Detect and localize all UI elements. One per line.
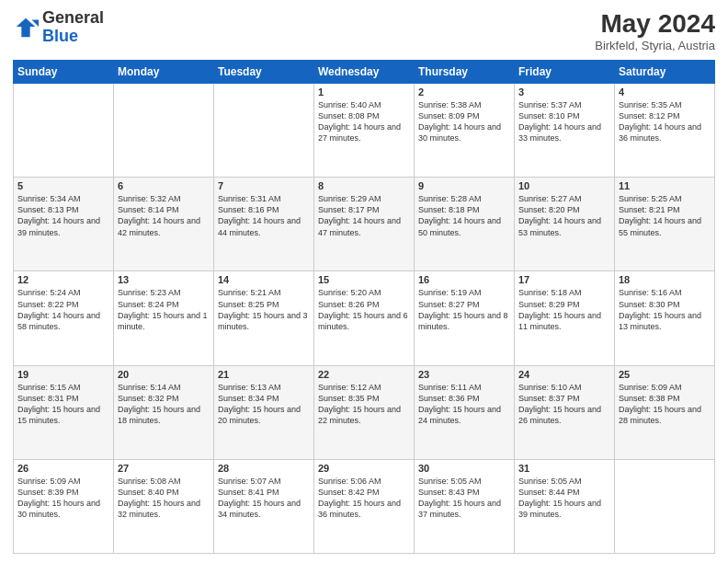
- day-number: 19: [17, 369, 109, 380]
- day-number: 4: [619, 86, 711, 98]
- day-info: Sunrise: 5:11 AM Sunset: 8:36 PM Dayligh…: [418, 382, 510, 427]
- cell-0-1: [114, 84, 214, 178]
- day-number: 24: [518, 369, 610, 380]
- cell-4-3: 29Sunrise: 5:06 AM Sunset: 8:42 PM Dayli…: [314, 459, 415, 553]
- day-number: 21: [218, 369, 310, 380]
- header: General Blue May 2024 Birkfeld, Styria, …: [13, 9, 715, 52]
- cell-4-6: [615, 459, 715, 553]
- day-info: Sunrise: 5:29 AM Sunset: 8:17 PM Dayligh…: [318, 193, 410, 238]
- week-row-1: 5Sunrise: 5:34 AM Sunset: 8:13 PM Daylig…: [14, 178, 715, 271]
- day-number: 8: [318, 180, 410, 191]
- day-info: Sunrise: 5:27 AM Sunset: 8:20 PM Dayligh…: [518, 193, 610, 238]
- cell-1-0: 5Sunrise: 5:34 AM Sunset: 8:13 PM Daylig…: [14, 178, 114, 271]
- day-number: 9: [418, 180, 510, 191]
- day-info: Sunrise: 5:40 AM Sunset: 8:08 PM Dayligh…: [318, 99, 410, 144]
- cell-3-5: 24Sunrise: 5:10 AM Sunset: 8:37 PM Dayli…: [515, 365, 615, 459]
- day-number: 17: [518, 274, 610, 285]
- cell-4-1: 27Sunrise: 5:08 AM Sunset: 8:40 PM Dayli…: [114, 459, 214, 553]
- day-number: 12: [17, 274, 109, 285]
- day-info: Sunrise: 5:10 AM Sunset: 8:37 PM Dayligh…: [518, 382, 610, 427]
- cell-3-2: 21Sunrise: 5:13 AM Sunset: 8:34 PM Dayli…: [214, 365, 314, 459]
- calendar-table: Sunday Monday Tuesday Wednesday Thursday…: [13, 60, 715, 554]
- cell-3-1: 20Sunrise: 5:14 AM Sunset: 8:32 PM Dayli…: [114, 365, 214, 459]
- cell-2-6: 18Sunrise: 5:16 AM Sunset: 8:30 PM Dayli…: [615, 271, 715, 365]
- cell-1-1: 6Sunrise: 5:32 AM Sunset: 8:14 PM Daylig…: [114, 178, 214, 271]
- week-row-3: 19Sunrise: 5:15 AM Sunset: 8:31 PM Dayli…: [14, 365, 715, 459]
- cell-3-0: 19Sunrise: 5:15 AM Sunset: 8:31 PM Dayli…: [14, 365, 114, 459]
- day-number: 30: [418, 463, 510, 474]
- svg-marker-0: [17, 18, 36, 38]
- calendar-header-row: Sunday Monday Tuesday Wednesday Thursday…: [14, 61, 715, 84]
- day-number: 26: [17, 463, 109, 474]
- col-friday: Friday: [515, 61, 615, 84]
- day-info: Sunrise: 5:12 AM Sunset: 8:35 PM Dayligh…: [318, 382, 410, 427]
- day-number: 10: [518, 180, 610, 191]
- day-info: Sunrise: 5:24 AM Sunset: 8:22 PM Dayligh…: [17, 287, 109, 332]
- cell-4-5: 31Sunrise: 5:05 AM Sunset: 8:44 PM Dayli…: [515, 459, 615, 553]
- cell-3-4: 23Sunrise: 5:11 AM Sunset: 8:36 PM Dayli…: [415, 365, 515, 459]
- day-number: 27: [118, 463, 210, 474]
- month-year: May 2024: [595, 9, 715, 39]
- day-info: Sunrise: 5:34 AM Sunset: 8:13 PM Dayligh…: [17, 193, 109, 238]
- day-info: Sunrise: 5:14 AM Sunset: 8:32 PM Dayligh…: [118, 382, 210, 427]
- day-info: Sunrise: 5:25 AM Sunset: 8:21 PM Dayligh…: [619, 193, 711, 238]
- day-info: Sunrise: 5:09 AM Sunset: 8:38 PM Dayligh…: [619, 382, 711, 427]
- cell-4-2: 28Sunrise: 5:07 AM Sunset: 8:41 PM Dayli…: [214, 459, 314, 553]
- day-info: Sunrise: 5:09 AM Sunset: 8:39 PM Dayligh…: [17, 476, 109, 521]
- logo-general-text: General: [42, 8, 104, 27]
- cell-4-4: 30Sunrise: 5:05 AM Sunset: 8:43 PM Dayli…: [415, 459, 515, 553]
- cell-2-3: 15Sunrise: 5:20 AM Sunset: 8:26 PM Dayli…: [314, 271, 415, 365]
- week-row-4: 26Sunrise: 5:09 AM Sunset: 8:39 PM Dayli…: [14, 459, 715, 553]
- day-number: 14: [218, 274, 310, 285]
- cell-3-6: 25Sunrise: 5:09 AM Sunset: 8:38 PM Dayli…: [615, 365, 715, 459]
- cell-1-5: 10Sunrise: 5:27 AM Sunset: 8:20 PM Dayli…: [515, 178, 615, 271]
- cell-0-6: 4Sunrise: 5:35 AM Sunset: 8:12 PM Daylig…: [615, 84, 715, 178]
- day-info: Sunrise: 5:31 AM Sunset: 8:16 PM Dayligh…: [218, 193, 310, 238]
- cell-0-2: [214, 84, 314, 178]
- cell-1-6: 11Sunrise: 5:25 AM Sunset: 8:21 PM Dayli…: [615, 178, 715, 271]
- col-monday: Monday: [114, 61, 214, 84]
- day-number: 28: [218, 463, 310, 474]
- day-info: Sunrise: 5:07 AM Sunset: 8:41 PM Dayligh…: [218, 476, 310, 521]
- day-number: 7: [218, 180, 310, 191]
- logo-text: General Blue: [42, 9, 104, 46]
- day-info: Sunrise: 5:32 AM Sunset: 8:14 PM Dayligh…: [118, 193, 210, 238]
- cell-0-4: 2Sunrise: 5:38 AM Sunset: 8:09 PM Daylig…: [415, 84, 515, 178]
- title-block: May 2024 Birkfeld, Styria, Austria: [595, 9, 715, 52]
- col-wednesday: Wednesday: [314, 61, 415, 84]
- cell-1-2: 7Sunrise: 5:31 AM Sunset: 8:16 PM Daylig…: [214, 178, 314, 271]
- cell-1-3: 8Sunrise: 5:29 AM Sunset: 8:17 PM Daylig…: [314, 178, 415, 271]
- col-saturday: Saturday: [615, 61, 715, 84]
- day-number: 13: [118, 274, 210, 285]
- day-number: 11: [619, 180, 711, 191]
- day-number: 6: [118, 180, 210, 191]
- cell-2-1: 13Sunrise: 5:23 AM Sunset: 8:24 PM Dayli…: [114, 271, 214, 365]
- cell-0-0: [14, 84, 114, 178]
- day-number: 18: [619, 274, 711, 285]
- day-number: 15: [318, 274, 410, 285]
- col-thursday: Thursday: [415, 61, 515, 84]
- cell-2-0: 12Sunrise: 5:24 AM Sunset: 8:22 PM Dayli…: [14, 271, 114, 365]
- day-info: Sunrise: 5:16 AM Sunset: 8:30 PM Dayligh…: [619, 287, 711, 332]
- day-info: Sunrise: 5:23 AM Sunset: 8:24 PM Dayligh…: [118, 287, 210, 332]
- cell-0-5: 3Sunrise: 5:37 AM Sunset: 8:10 PM Daylig…: [515, 84, 615, 178]
- day-info: Sunrise: 5:05 AM Sunset: 8:44 PM Dayligh…: [518, 476, 610, 521]
- day-info: Sunrise: 5:06 AM Sunset: 8:42 PM Dayligh…: [318, 476, 410, 521]
- cell-0-3: 1Sunrise: 5:40 AM Sunset: 8:08 PM Daylig…: [314, 84, 415, 178]
- day-info: Sunrise: 5:28 AM Sunset: 8:18 PM Dayligh…: [418, 193, 510, 238]
- day-number: 22: [318, 369, 410, 380]
- location: Birkfeld, Styria, Austria: [595, 39, 715, 52]
- cell-2-4: 16Sunrise: 5:19 AM Sunset: 8:27 PM Dayli…: [415, 271, 515, 365]
- page: General Blue May 2024 Birkfeld, Styria, …: [0, 0, 728, 563]
- cell-2-2: 14Sunrise: 5:21 AM Sunset: 8:25 PM Dayli…: [214, 271, 314, 365]
- day-info: Sunrise: 5:19 AM Sunset: 8:27 PM Dayligh…: [418, 287, 510, 332]
- day-number: 5: [17, 180, 109, 191]
- day-info: Sunrise: 5:21 AM Sunset: 8:25 PM Dayligh…: [218, 287, 310, 332]
- day-number: 29: [318, 463, 410, 474]
- day-number: 1: [318, 86, 410, 98]
- col-sunday: Sunday: [14, 61, 114, 84]
- logo-icon: [13, 15, 39, 40]
- day-info: Sunrise: 5:20 AM Sunset: 8:26 PM Dayligh…: [318, 287, 410, 332]
- day-info: Sunrise: 5:18 AM Sunset: 8:29 PM Dayligh…: [518, 287, 610, 332]
- day-number: 25: [619, 369, 711, 380]
